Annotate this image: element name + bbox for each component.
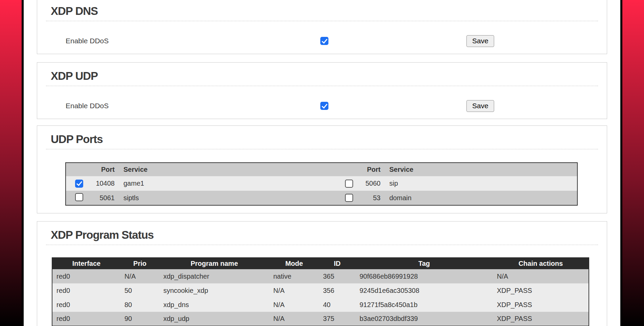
panel-title-xdp-program-status: XDP Program Status: [51, 228, 598, 242]
id-cell: 375: [319, 312, 355, 326]
tag-cell: 91271f5a8c450a1b: [355, 298, 493, 312]
column-header-interface: Interface: [52, 258, 120, 269]
checkbox-column-header: [66, 163, 85, 176]
column-header-id: ID: [319, 258, 355, 269]
port-cell: 5061: [85, 191, 119, 205]
enable-ddos-row-dns: Enable DDoS Save: [46, 35, 598, 47]
chain-actions-cell: XDP_PASS: [493, 312, 589, 326]
udp-ports-header-row: Port Service Port Service: [66, 163, 577, 176]
prio-cell: 80: [120, 298, 159, 312]
panel-udp-ports: UDP Ports Port Service Port Service: [37, 125, 607, 213]
interface-cell: red0: [52, 283, 120, 298]
chain-actions-cell: XDP_PASS: [493, 283, 589, 298]
save-button-udp[interactable]: Save: [466, 100, 494, 112]
checkbox-column-header: [321, 163, 364, 176]
panel-title-udp-ports: UDP Ports: [51, 133, 598, 146]
service-cell: domain: [385, 191, 577, 205]
title-divider: [46, 149, 598, 149]
program-name-cell: xdp_dispatcher: [159, 269, 269, 283]
prio-cell: 50: [120, 283, 159, 298]
column-header-service: Service: [119, 163, 321, 176]
port-checkbox-game1[interactable]: [75, 180, 83, 188]
prio-cell: 90: [120, 312, 159, 326]
column-header-program-name: Program name: [159, 258, 269, 269]
service-cell: sip: [385, 176, 577, 191]
panel-xdp-udp: XDP UDP Enable DDoS Save: [37, 62, 607, 119]
service-cell: siptls: [119, 191, 321, 205]
program-name-cell: xdp_udp: [159, 312, 269, 326]
mode-cell: N/A: [269, 298, 319, 312]
status-row: red0 90 xdp_udp N/A 375 b3ae02703dbdf339…: [52, 312, 589, 326]
title-divider: [46, 21, 598, 21]
prio-cell: N/A: [120, 269, 159, 283]
xdp-program-status-table: Interface Prio Program name Mode ID Tag …: [52, 257, 589, 326]
status-header-row: Interface Prio Program name Mode ID Tag …: [52, 258, 589, 269]
column-header-port: Port: [364, 163, 385, 176]
id-cell: 365: [319, 269, 355, 283]
id-cell: 40: [319, 298, 355, 312]
interface-cell: red0: [52, 312, 120, 326]
column-header-tag: Tag: [355, 258, 493, 269]
tag-cell: 9245d1e6ac305308: [355, 283, 493, 298]
interface-cell: red0: [52, 269, 120, 283]
port-checkbox-sip[interactable]: [345, 180, 353, 188]
column-header-mode: Mode: [269, 258, 319, 269]
service-cell: game1: [119, 176, 321, 191]
udp-ports-row: 5061 siptls 53 domain: [66, 191, 577, 205]
column-header-chain-actions: Chain actions: [493, 258, 589, 269]
program-name-cell: syncookie_xdp: [159, 283, 269, 298]
panel-xdp-program-status: XDP Program Status Interface Prio Progra…: [37, 221, 607, 326]
port-checkbox-domain[interactable]: [345, 194, 353, 202]
id-cell: 356: [319, 283, 355, 298]
chain-actions-cell: N/A: [493, 269, 589, 283]
enable-ddos-label: Enable DDoS: [46, 102, 320, 110]
enable-ddos-checkbox-udp[interactable]: [320, 102, 328, 110]
port-cell: 10408: [85, 176, 119, 191]
panel-title-xdp-udp: XDP UDP: [51, 69, 598, 83]
mode-cell: native: [269, 269, 319, 283]
udp-ports-row: 10408 game1 5060 sip: [66, 176, 577, 191]
program-name-cell: xdp_dns: [159, 298, 269, 312]
content-page: XDP DNS Enable DDoS Save XDP UDP Enable …: [22, 0, 622, 326]
status-row: red0 50 syncookie_xdp N/A 356 9245d1e6ac…: [52, 283, 589, 298]
title-divider: [46, 86, 598, 86]
panel-title-xdp-dns: XDP DNS: [51, 4, 598, 18]
interface-cell: red0: [52, 298, 120, 312]
mode-cell: N/A: [269, 312, 319, 326]
port-cell: 53: [364, 191, 385, 205]
udp-ports-table: Port Service Port Service 10408 game1 50…: [65, 162, 578, 206]
port-checkbox-siptls[interactable]: [75, 193, 83, 201]
panel-xdp-dns: XDP DNS Enable DDoS Save: [37, 0, 607, 54]
status-row: red0 N/A xdp_dispatcher native 365 90f68…: [52, 269, 589, 283]
title-divider: [46, 245, 598, 245]
status-row: red0 80 xdp_dns N/A 40 91271f5a8c450a1b …: [52, 298, 589, 312]
column-header-port: Port: [85, 163, 119, 176]
enable-ddos-checkbox-dns[interactable]: [320, 37, 328, 45]
tag-cell: 90f686eb86991928: [355, 269, 493, 283]
tag-cell: b3ae02703dbdf339: [355, 312, 493, 326]
save-button-dns[interactable]: Save: [466, 35, 494, 47]
port-cell: 5060: [364, 176, 385, 191]
enable-ddos-label: Enable DDoS: [46, 37, 320, 45]
column-header-service: Service: [385, 163, 577, 176]
mode-cell: N/A: [269, 283, 319, 298]
column-header-prio: Prio: [120, 258, 159, 269]
enable-ddos-row-udp: Enable DDoS Save: [46, 100, 598, 112]
chain-actions-cell: XDP_PASS: [493, 298, 589, 312]
